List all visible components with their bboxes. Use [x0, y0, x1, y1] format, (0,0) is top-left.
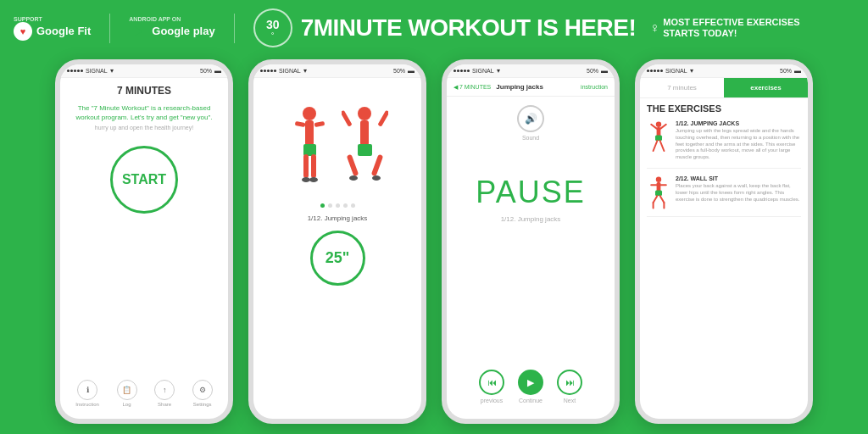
playback-controls: ⏮ previous ▶ Continue ⏭ Next — [479, 370, 582, 403]
exercise-label: 1/12. Jumping jacks — [308, 214, 368, 222]
signal-dots-3 — [453, 70, 470, 72]
instruction-link[interactable]: instruction — [581, 84, 608, 90]
exercise-2-title: WALL SIT — [691, 175, 719, 181]
svg-line-30 — [654, 196, 658, 203]
exercise-1-number: 1/12. — [676, 120, 689, 126]
log-icon: 📋 — [117, 380, 137, 400]
status-left-2: SIGNAL ▾ — [260, 67, 307, 75]
google-fit-icon: ♥ — [14, 22, 32, 41]
share-label: Share — [158, 402, 171, 407]
badge-number: 30 — [266, 18, 280, 31]
status-right-3: 50% ▬ — [587, 67, 608, 75]
exercise-2-info: 2/12. WALL SIT Places your back against … — [676, 175, 801, 209]
svg-line-32 — [660, 196, 665, 203]
phone-3: SIGNAL ▾ 50% ▬ ◀ 7 MINUTES Jumping jacks… — [442, 59, 620, 424]
log-icon-item[interactable]: 📋 Log — [117, 380, 137, 407]
svg-rect-12 — [347, 154, 359, 176]
headline-sub-line2: STARTS TODAY! — [663, 28, 799, 39]
phone-4-status-bar: SIGNAL ▾ 50% ▬ — [640, 64, 808, 78]
svg-line-24 — [660, 141, 665, 151]
phone-3-nav: ◀ 7 MINUTES Jumping jacks instruction — [447, 78, 615, 97]
previous-button[interactable]: ⏮ previous — [479, 370, 504, 403]
google-play-icon — [129, 22, 147, 41]
exercise-2-number: 2/12. — [676, 175, 689, 181]
back-button[interactable]: ◀ 7 MINUTES — [453, 84, 491, 91]
battery-label-2: 50% — [393, 68, 405, 74]
phone-2-status-bar: SIGNAL ▾ 50% ▬ — [253, 64, 421, 78]
headline: 7MINUTE WORKOUT IS HERE! ♀ MOST EFFECTIV… — [301, 16, 854, 40]
instruction-icon-item[interactable]: ℹ Instruction — [75, 380, 99, 407]
phone-4: SIGNAL ▾ 50% ▬ 7 minutes exercises THE E… — [635, 59, 813, 424]
battery-label-4: 50% — [780, 68, 792, 74]
exercise-1-desc: Jumping up with the legs spread wide and… — [676, 128, 801, 161]
phone-3-screen: SIGNAL ▾ 50% ▬ ◀ 7 MINUTES Jumping jacks… — [447, 64, 615, 419]
phone-4-screen: SIGNAL ▾ 50% ▬ 7 minutes exercises THE E… — [640, 64, 808, 419]
svg-rect-11 — [358, 144, 372, 156]
logo-separator — [109, 14, 110, 43]
sound-icon[interactable]: 🔊 — [517, 105, 544, 132]
svg-rect-13 — [371, 154, 384, 176]
signal-label-4: SIGNAL — [665, 68, 687, 74]
sound-area: 🔊 Sound — [517, 105, 544, 141]
svg-point-16 — [349, 175, 358, 181]
continue-label: Continue — [519, 398, 542, 403]
svg-point-9 — [358, 107, 371, 120]
badge-30: 30 ° — [253, 8, 292, 47]
signal-label-3: SIGNAL — [472, 68, 494, 74]
svg-rect-5 — [295, 121, 306, 127]
share-icon: ↑ — [154, 380, 175, 400]
continue-button[interactable]: ▶ Continue — [518, 370, 543, 403]
svg-line-21 — [651, 125, 656, 129]
tab-7minutes[interactable]: 7 minutes — [640, 78, 724, 97]
svg-rect-26 — [657, 182, 661, 192]
badge-unit: ° — [271, 31, 274, 39]
timer-circle: 25" — [310, 231, 365, 286]
bottom-icons: ℹ Instruction 📋 Log ↑ Share ⚙ Settings — [67, 380, 221, 412]
svg-rect-2 — [303, 144, 316, 156]
progress-dots — [320, 203, 355, 208]
phone-1-title: 7 MINUTES — [67, 85, 221, 97]
previous-label: previous — [481, 398, 503, 403]
continue-icon: ▶ — [518, 370, 543, 395]
instruction-icon: ℹ — [77, 380, 97, 400]
phone-1-content: 7 MINUTES The "7 Minute Workout" is a re… — [60, 78, 228, 419]
exercise-2-name: 2/12. WALL SIT — [676, 175, 801, 181]
headline-sub-line1: MOST EFFECTIVE EXERCISES — [663, 17, 799, 28]
figure-jumping — [342, 103, 388, 197]
signal-dots — [67, 70, 83, 72]
exercise-figures — [287, 95, 388, 197]
google-play-label: Google play — [152, 25, 214, 37]
phone-1-status-bar: SIGNAL ▾ 50% ▬ — [60, 64, 228, 78]
phone-1: SIGNAL ▾ 50% ▬ 7 MINUTES The "7 Minute W… — [55, 59, 233, 424]
headline-icon: ♀ — [649, 20, 659, 36]
status-right-2: 50% ▬ — [393, 67, 415, 75]
tab-exercises[interactable]: exercises — [724, 78, 808, 97]
next-button[interactable]: ⏭ Next — [557, 370, 582, 403]
google-fit-label: Google Fit — [36, 25, 91, 37]
headline-sub: ♀ MOST EFFECTIVE EXERCISES STARTS TODAY! — [649, 17, 799, 39]
share-icon-item[interactable]: ↑ Share — [154, 380, 175, 407]
svg-point-17 — [372, 175, 381, 181]
exercise-1-title: JUMPING JACKS — [691, 120, 740, 126]
phone-3-status-bar: SIGNAL ▾ 50% ▬ — [447, 64, 615, 78]
start-button[interactable]: START — [110, 146, 178, 214]
exercise-2-desc: Places your back against a wall, keep th… — [676, 183, 801, 203]
svg-rect-1 — [305, 120, 314, 146]
exercise-1-info: 1/12. JUMPING JACKS Jumping up with the … — [676, 120, 801, 161]
battery-icon-3: ▬ — [601, 67, 608, 75]
log-label: Log — [123, 402, 131, 407]
svg-rect-15 — [377, 110, 388, 127]
google-play-logo: ANDROID APP ON Google play — [129, 16, 214, 41]
signal-label-2: SIGNAL — [279, 68, 301, 74]
figure-standing — [287, 103, 333, 197]
logos-area: SUPPORT ♥ Google Fit ANDROID APP ON Goog — [14, 8, 301, 47]
settings-icon-item[interactable]: ⚙ Settings — [192, 380, 213, 407]
exercise-2-figure — [647, 175, 670, 209]
phone-1-description: The "7 Minute Workout" is a research-bas… — [67, 103, 221, 122]
svg-rect-20 — [655, 136, 662, 141]
next-label: Next — [564, 398, 576, 403]
svg-point-18 — [656, 122, 661, 127]
settings-label: Settings — [193, 402, 212, 407]
status-right: 50% ▬ — [200, 67, 221, 75]
svg-point-8 — [309, 177, 318, 182]
